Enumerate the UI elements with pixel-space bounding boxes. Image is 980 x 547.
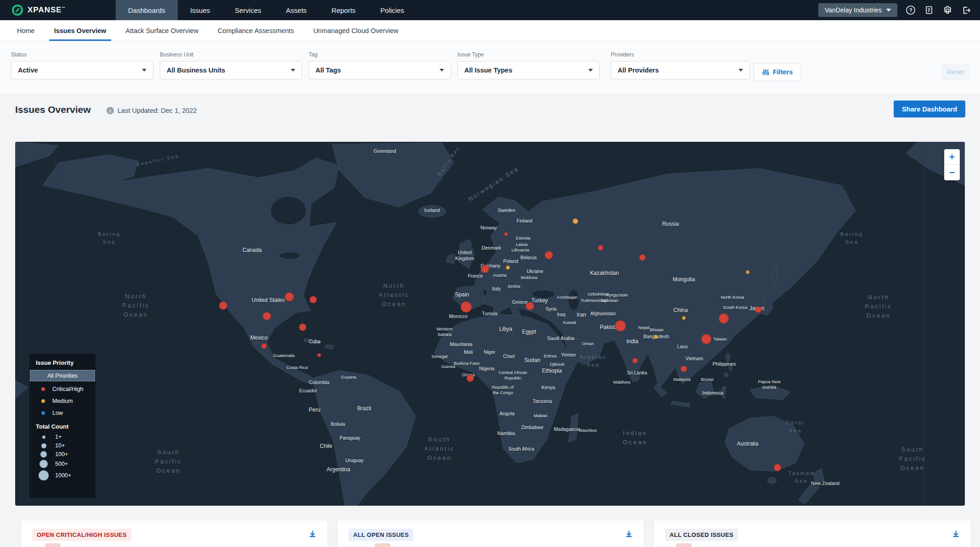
filters-button[interactable]: Filters bbox=[754, 63, 801, 81]
priority-dot bbox=[41, 399, 45, 403]
issue-tables-row: OPEN CRITICAL/HIGH ISSUESALL OPEN ISSUES… bbox=[21, 520, 971, 547]
issue-marker-critical[interactable] bbox=[545, 251, 553, 259]
issue-marker-critical[interactable] bbox=[317, 353, 321, 357]
account-label: VanDelay Industries bbox=[825, 6, 882, 14]
legend-count-title: Total Count bbox=[29, 423, 96, 430]
legend-priority-critical-high[interactable]: Critical/High bbox=[29, 383, 96, 395]
nav-item-assets[interactable]: Assets bbox=[274, 0, 319, 20]
zoom-in-button[interactable]: + bbox=[944, 149, 960, 165]
world-landmass bbox=[15, 142, 965, 506]
issue-marker-critical[interactable] bbox=[261, 343, 267, 349]
brand: XPANSE™ bbox=[0, 0, 116, 20]
filter-select-business-unit[interactable]: All Business Units bbox=[160, 61, 302, 79]
filter-label: Providers bbox=[611, 51, 750, 58]
map-zoom-control: + − bbox=[944, 149, 960, 180]
account-switcher[interactable]: VanDelay Industries bbox=[818, 3, 897, 17]
chevron-down-icon bbox=[738, 69, 743, 72]
release-notes-icon[interactable] bbox=[924, 5, 934, 15]
issue-marker-critical[interactable] bbox=[461, 301, 472, 313]
filter-select-status[interactable]: Active bbox=[11, 61, 153, 79]
legend-priority-low[interactable]: Low bbox=[29, 407, 96, 419]
card-title-chip: OPEN CRITICAL/HIGH ISSUES bbox=[32, 529, 131, 541]
share-dashboard-button[interactable]: Share Dashboard bbox=[894, 100, 965, 117]
priority-dot bbox=[41, 387, 45, 391]
issue-marker-medium[interactable] bbox=[654, 335, 658, 339]
issue-marker-critical[interactable] bbox=[615, 320, 626, 331]
issue-marker-medium[interactable] bbox=[746, 270, 749, 274]
tab-attack-surface-overview[interactable]: Attack Surface Overview bbox=[116, 20, 208, 41]
issue-marker-critical[interactable] bbox=[481, 265, 489, 273]
card-title-chip: ALL OPEN ISSUES bbox=[349, 529, 413, 541]
priority-label: Low bbox=[52, 410, 63, 416]
nav-item-policies[interactable]: Policies bbox=[368, 0, 417, 20]
issue-marker-critical[interactable] bbox=[639, 254, 646, 261]
zoom-out-button[interactable]: − bbox=[944, 165, 960, 180]
issue-marker-critical[interactable] bbox=[299, 324, 306, 331]
info-icon[interactable]: i bbox=[107, 107, 114, 114]
issue-marker-medium[interactable] bbox=[573, 218, 578, 224]
nav-item-services[interactable]: Services bbox=[222, 0, 274, 20]
filter-select-providers[interactable]: All Providers bbox=[611, 61, 750, 79]
issue-marker-critical[interactable] bbox=[285, 292, 294, 301]
legend-count-1plus: 1+ bbox=[29, 434, 96, 440]
issues-world-map[interactable]: North Pacific OceanNorth Atlantic OceanS… bbox=[15, 142, 965, 506]
filter-label: Tag bbox=[309, 51, 451, 58]
help-icon[interactable]: ? bbox=[906, 5, 916, 15]
tab-home[interactable]: Home bbox=[7, 20, 45, 41]
issue-marker-critical[interactable] bbox=[467, 374, 474, 382]
issue-marker-critical[interactable] bbox=[774, 464, 781, 471]
top-nav: XPANSE™ DashboardsIssuesServicesAssetsRe… bbox=[0, 0, 980, 20]
nav-item-issues[interactable]: Issues bbox=[178, 0, 222, 20]
chevron-down-icon bbox=[439, 69, 444, 72]
filter-value: All Issue Types bbox=[464, 67, 513, 74]
filter-field-business-unit: Business UnitAll Business Units bbox=[160, 51, 302, 79]
issue-marker-critical[interactable] bbox=[504, 232, 508, 236]
nav-item-dashboards[interactable]: Dashboards bbox=[116, 0, 178, 20]
issue-marker-critical[interactable] bbox=[263, 312, 271, 320]
issues-table-card-open: ALL OPEN ISSUES bbox=[338, 520, 644, 547]
count-circle-wrap bbox=[38, 435, 50, 439]
issue-marker-critical[interactable] bbox=[598, 245, 603, 251]
chevron-down-icon bbox=[291, 69, 295, 72]
tab-compliance-assessments[interactable]: Compliance Assessments bbox=[208, 20, 304, 41]
cut-off-count-badge bbox=[45, 543, 61, 547]
tab-unmanaged-cloud-overview[interactable]: Unmanaged Cloud Overview bbox=[304, 20, 408, 41]
cut-off-count-badge bbox=[375, 543, 390, 547]
count-circle-wrap bbox=[38, 451, 50, 458]
issue-marker-critical[interactable] bbox=[701, 334, 711, 344]
filter-band: StatusActiveBusiness UnitAll Business Un… bbox=[0, 41, 980, 94]
count-label: 10+ bbox=[55, 442, 65, 449]
count-circle bbox=[40, 451, 47, 458]
download-icon[interactable] bbox=[309, 530, 316, 540]
issue-marker-critical[interactable] bbox=[526, 302, 534, 310]
filter-select-issue-type[interactable]: All Issue Types bbox=[457, 61, 600, 79]
primary-nav: DashboardsIssuesServicesAssetsReportsPol… bbox=[116, 0, 417, 20]
issue-marker-critical[interactable] bbox=[719, 313, 729, 324]
tab-issues-overview[interactable]: Issues Overview bbox=[45, 20, 116, 41]
download-icon[interactable] bbox=[625, 530, 633, 540]
issue-marker-critical[interactable] bbox=[632, 358, 638, 363]
top-nav-right: VanDelay Industries ? bbox=[818, 0, 980, 20]
issue-marker-medium[interactable] bbox=[682, 316, 686, 320]
issue-marker-critical[interactable] bbox=[681, 366, 687, 372]
count-circle bbox=[39, 470, 49, 480]
filter-value: Active bbox=[18, 67, 38, 74]
issue-marker-critical[interactable] bbox=[755, 307, 761, 313]
reset-button[interactable]: Reset bbox=[942, 64, 969, 80]
issue-marker-critical[interactable] bbox=[310, 296, 317, 303]
page-header: Issues Overview i Last Updated: Dec 1, 2… bbox=[0, 94, 980, 123]
count-circle-wrap bbox=[38, 460, 50, 468]
filter-value: All Tags bbox=[315, 67, 341, 74]
legend-all-priorities[interactable]: All Priorities bbox=[30, 370, 95, 381]
last-updated-text: Last Updated: Dec 1, 2022 bbox=[118, 107, 197, 114]
logout-icon[interactable] bbox=[961, 5, 971, 15]
issue-marker-medium[interactable] bbox=[506, 266, 510, 270]
nav-item-reports[interactable]: Reports bbox=[319, 0, 368, 20]
card-header: ALL CLOSED ISSUES bbox=[665, 529, 960, 541]
settings-icon[interactable] bbox=[942, 5, 952, 15]
filter-select-tag[interactable]: All Tags bbox=[309, 61, 451, 79]
issue-marker-critical[interactable] bbox=[219, 301, 227, 310]
legend-count-1000plus: 1000+ bbox=[29, 470, 96, 480]
legend-priority-medium[interactable]: Medium bbox=[29, 395, 96, 407]
download-icon[interactable] bbox=[952, 530, 960, 540]
